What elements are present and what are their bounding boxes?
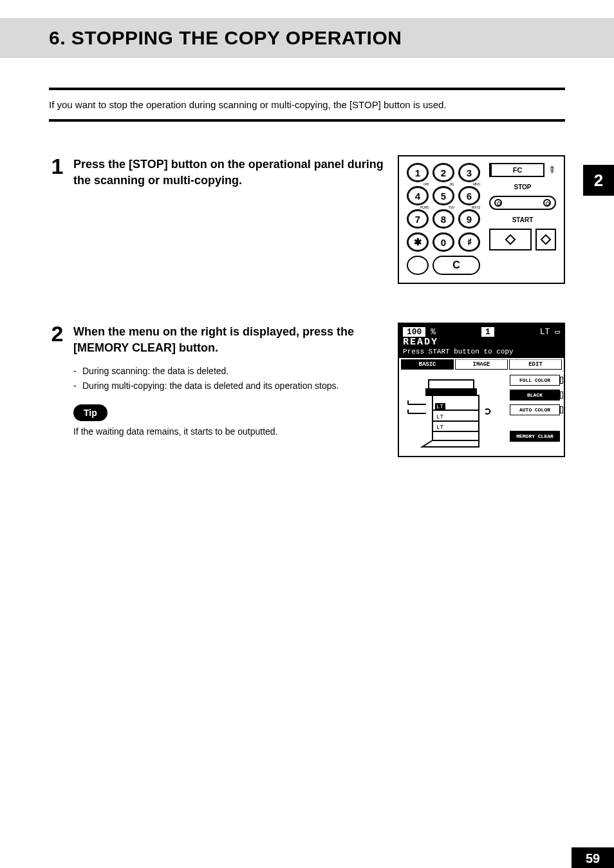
- key-8[interactable]: 8: [433, 209, 454, 229]
- step-1-body: Press the [STOP] button on the operation…: [73, 155, 385, 196]
- key-4[interactable]: 4: [407, 186, 429, 205]
- tip-badge: Tip: [73, 404, 107, 421]
- screen-message: Press START button to copy: [403, 348, 560, 355]
- full-color-button[interactable]: FULL COLOR: [510, 375, 560, 386]
- key-2[interactable]: 2: [433, 163, 454, 182]
- tab-basic[interactable]: BASIC: [401, 359, 454, 370]
- zoom-value: 100: [403, 327, 425, 337]
- screen-header: 100 % 1 LT ▭ READY Press START button to…: [399, 324, 564, 358]
- steps: 1 Press the [STOP] button on the operati…: [49, 155, 565, 457]
- step-2-title: When the menu on the right is displayed,…: [73, 324, 385, 356]
- svg-rect-1: [426, 389, 476, 395]
- key-hash[interactable]: ♯: [458, 232, 480, 252]
- copy-count: 1: [481, 327, 494, 337]
- tip-text: If the waiting data remains, it starts t…: [73, 426, 385, 437]
- page-number-value: 59: [586, 851, 600, 866]
- tab-edit[interactable]: EDIT: [509, 359, 562, 370]
- figure-display-screen: 100 % 1 LT ▭ READY Press START button to…: [398, 323, 565, 457]
- rule-bottom: [49, 119, 565, 122]
- start-row: [489, 229, 556, 250]
- start-button-color[interactable]: [535, 229, 556, 250]
- section-title-bar: 6. STOPPING THE COPY OPERATION: [0, 18, 614, 58]
- stop-button[interactable]: [489, 196, 556, 210]
- bullet-item: During multi-copying: the data is delete…: [73, 379, 385, 393]
- diamond-icon: [541, 234, 552, 245]
- key-7[interactable]: 7: [407, 209, 429, 229]
- screen-body: LT LT LT FULL COLOR BLACK AUTO: [399, 371, 564, 456]
- key-blank[interactable]: [407, 256, 429, 275]
- printer-diagram: LT LT LT: [403, 375, 506, 452]
- key-5[interactable]: 5: [433, 186, 454, 205]
- black-button[interactable]: BLACK: [510, 390, 560, 401]
- screen-status-row: 100 % 1 LT ▭: [403, 326, 560, 337]
- zoom-unit: %: [431, 327, 436, 337]
- page-number: 59: [572, 847, 614, 868]
- stop-icon-right: [543, 199, 551, 207]
- figure-operational-panel: 1 2 3 4 5 6 7 8 9 ✱ 0 ♯ C: [398, 155, 565, 284]
- ready-label: READY: [403, 337, 560, 348]
- step-2-text: 2 When the menu on the right is displaye…: [49, 323, 385, 437]
- key-9[interactable]: 9: [458, 209, 480, 229]
- fc-row: FC ✎: [489, 163, 556, 177]
- step-1-title: Press the [STOP] button on the operation…: [73, 156, 385, 189]
- screen-side-buttons: FULL COLOR BLACK AUTO COLOR MEMORY CLEAR: [510, 375, 560, 452]
- page: 6. STOPPING THE COPY OPERATION 2 If you …: [0, 18, 614, 868]
- paper-indicator: LT: [540, 327, 550, 337]
- paper-icon: ▭: [555, 327, 560, 337]
- pen-icon: ✎: [546, 164, 559, 176]
- diamond-icon: [505, 234, 516, 245]
- content: If you want to stop the operation during…: [0, 58, 614, 457]
- memory-clear-button[interactable]: MEMORY CLEAR: [510, 431, 560, 442]
- intro-text: If you want to stop the operation during…: [49, 99, 565, 110]
- stop-label: STOP: [489, 184, 556, 191]
- tab-image[interactable]: IMAGE: [455, 359, 508, 370]
- key-clear[interactable]: C: [433, 256, 480, 275]
- key-3[interactable]: 3: [458, 163, 480, 182]
- step-1-text: 1 Press the [STOP] button on the operati…: [49, 155, 385, 196]
- fc-button[interactable]: FC: [489, 163, 544, 177]
- keypad: 1 2 3 4 5 6 7 8 9 ✱ 0 ♯ C: [407, 163, 480, 276]
- step-1-number: 1: [49, 155, 66, 177]
- rule-top: [49, 88, 565, 90]
- section-title: 6. STOPPING THE COPY OPERATION: [49, 27, 614, 49]
- tray-3-label: LT: [436, 424, 443, 431]
- auto-color-button[interactable]: AUTO COLOR: [510, 404, 560, 415]
- start-label: START: [489, 216, 556, 223]
- start-button-mono[interactable]: [489, 229, 532, 250]
- key-star[interactable]: ✱: [407, 232, 429, 252]
- step-2-number: 2: [49, 323, 66, 344]
- step-2-bullets: During scanning: the data is deleted. Du…: [73, 364, 385, 393]
- bullet-item: During scanning: the data is deleted.: [73, 364, 385, 378]
- key-1[interactable]: 1: [407, 163, 429, 182]
- stop-icon-left: [494, 199, 502, 207]
- svg-rect-0: [429, 380, 474, 389]
- key-6[interactable]: 6: [458, 186, 480, 205]
- panel-right-column: FC ✎ STOP START: [489, 163, 556, 276]
- printer-icon: LT LT LT: [403, 375, 506, 452]
- step-2-body: When the menu on the right is displayed,…: [73, 323, 385, 437]
- screen-tabs: BASIC IMAGE EDIT: [399, 358, 564, 371]
- step-1: 1 Press the [STOP] button on the operati…: [49, 155, 565, 284]
- key-0[interactable]: 0: [433, 232, 454, 252]
- tray-1-label: LT: [436, 404, 443, 410]
- tray-2-label: LT: [436, 414, 443, 420]
- step-2: 2 When the menu on the right is displaye…: [49, 323, 565, 457]
- chapter-tab: 2: [583, 165, 614, 196]
- chapter-tab-number: 2: [594, 171, 603, 191]
